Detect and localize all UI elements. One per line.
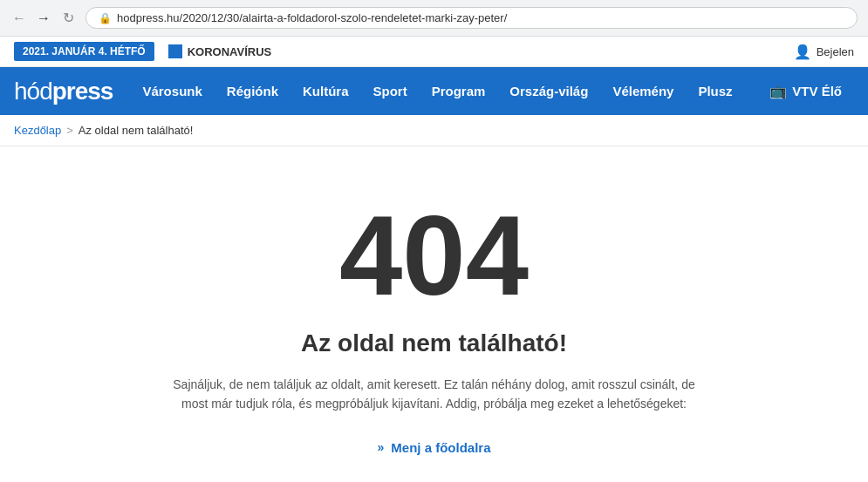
nav-item-kultura[interactable]: Kultúra bbox=[290, 68, 361, 114]
top-bar: 2021. JANUÁR 4. HÉTFŐ KORONAVÍRUS 👤 Beje… bbox=[0, 37, 868, 67]
error-title: Az oldal nem található! bbox=[17, 329, 851, 357]
nav-item-plusz[interactable]: Plusz bbox=[686, 68, 744, 114]
nav-item-velemeny[interactable]: Vélemény bbox=[600, 68, 686, 114]
user-icon: 👤 bbox=[794, 44, 811, 60]
forward-button[interactable]: → bbox=[35, 10, 52, 27]
back-button[interactable]: ← bbox=[10, 10, 28, 27]
login-label[interactable]: Bejelen bbox=[817, 45, 854, 58]
nav-item-regionk[interactable]: Régiónk bbox=[215, 68, 290, 114]
navbar: hódpress Városunk Régiónk Kultúra Sport … bbox=[0, 67, 868, 115]
url-text: hodpress.hu/2020/12/30/alairta-a-foldado… bbox=[117, 11, 507, 24]
main-content: 404 Az oldal nem található! Sajnáljuk, d… bbox=[0, 146, 868, 482]
address-bar[interactable]: 🔒 hodpress.hu/2020/12/30/alairta-a-folda… bbox=[85, 7, 858, 29]
tv-label: VTV Élő bbox=[792, 84, 842, 98]
home-link-label: Menj a főoldalra bbox=[391, 440, 490, 455]
nav-item-program[interactable]: Program bbox=[420, 68, 498, 114]
browser-nav: ← → ↻ bbox=[10, 10, 77, 27]
date-badge: 2021. JANUÁR 4. HÉTFŐ bbox=[14, 42, 154, 61]
logo-text: hódpress bbox=[14, 78, 113, 105]
koronavirus-badge[interactable]: KORONAVÍRUS bbox=[168, 44, 272, 58]
error-code: 404 bbox=[17, 199, 851, 312]
tv-icon: 📺 bbox=[769, 83, 787, 99]
home-link-arrow-icon: » bbox=[378, 440, 385, 454]
home-link[interactable]: » Menj a főoldalra bbox=[17, 440, 851, 455]
breadcrumb: Kezdőlap > Az oldal nem található! bbox=[0, 115, 868, 146]
breadcrumb-home[interactable]: Kezdőlap bbox=[14, 124, 61, 137]
breadcrumb-separator: > bbox=[66, 124, 73, 137]
logo-hod: hód bbox=[14, 78, 52, 105]
nav-item-sport[interactable]: Sport bbox=[360, 68, 419, 114]
nav-item-varosunk[interactable]: Városunk bbox=[130, 68, 214, 114]
logo[interactable]: hódpress bbox=[14, 69, 113, 114]
koronavirus-icon bbox=[168, 44, 182, 58]
lock-icon: 🔒 bbox=[99, 12, 112, 24]
nav-item-tv[interactable]: 📺 VTV Élő bbox=[757, 67, 854, 115]
breadcrumb-current: Az oldal nem található! bbox=[79, 124, 194, 137]
koronavirus-label: KORONAVÍRUS bbox=[188, 45, 272, 58]
logo-press: press bbox=[52, 78, 113, 105]
refresh-button[interactable]: ↻ bbox=[59, 10, 77, 27]
browser-chrome: ← → ↻ 🔒 hodpress.hu/2020/12/30/alairta-a… bbox=[0, 0, 868, 37]
top-bar-left: 2021. JANUÁR 4. HÉTFŐ KORONAVÍRUS bbox=[14, 42, 271, 61]
nav-items: Városunk Régiónk Kultúra Sport Program O… bbox=[130, 68, 757, 114]
error-description: Sajnáljuk, de nem találjuk az oldalt, am… bbox=[173, 375, 696, 414]
nav-item-orszag-vilag[interactable]: Ország-világ bbox=[497, 68, 600, 114]
top-bar-right: 👤 Bejelen bbox=[794, 44, 854, 60]
